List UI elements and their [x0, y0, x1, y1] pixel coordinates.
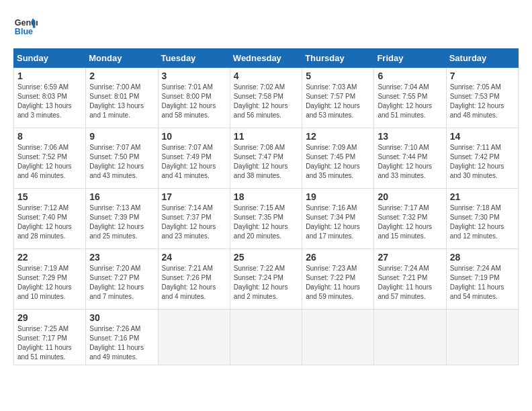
calendar-cell: 24Sunrise: 7:21 AM Sunset: 7:26 PM Dayli…: [158, 249, 230, 310]
cell-info: Sunrise: 7:14 AM Sunset: 7:37 PM Dayligh…: [162, 203, 226, 241]
calendar-cell: 1Sunrise: 6:59 AM Sunset: 8:03 PM Daylig…: [14, 68, 86, 128]
calendar-cell: 6Sunrise: 7:04 AM Sunset: 7:55 PM Daylig…: [374, 68, 446, 128]
calendar-cell: 16Sunrise: 7:13 AM Sunset: 7:39 PM Dayli…: [86, 189, 158, 249]
cell-info: Sunrise: 7:15 AM Sunset: 7:35 PM Dayligh…: [234, 203, 298, 241]
day-number: 8: [17, 131, 82, 142]
calendar-cell: 26Sunrise: 7:23 AM Sunset: 7:22 PM Dayli…: [302, 249, 374, 310]
day-number: 30: [89, 312, 154, 323]
cell-info: Sunrise: 7:22 AM Sunset: 7:24 PM Dayligh…: [234, 264, 298, 302]
cell-info: Sunrise: 7:24 AM Sunset: 7:21 PM Dayligh…: [378, 264, 442, 302]
cell-info: Sunrise: 7:05 AM Sunset: 7:53 PM Dayligh…: [450, 83, 515, 120]
calendar-cell: 25Sunrise: 7:22 AM Sunset: 7:24 PM Dayli…: [230, 249, 302, 310]
day-number: 9: [89, 131, 154, 142]
calendar-cell: [446, 310, 518, 365]
page-header: General Blue: [13, 13, 519, 38]
calendar-cell: 23Sunrise: 7:20 AM Sunset: 7:27 PM Dayli…: [86, 249, 158, 310]
calendar-cell: 5Sunrise: 7:03 AM Sunset: 7:57 PM Daylig…: [302, 68, 374, 128]
calendar-cell: 7Sunrise: 7:05 AM Sunset: 7:53 PM Daylig…: [446, 68, 518, 128]
cell-info: Sunrise: 7:13 AM Sunset: 7:39 PM Dayligh…: [89, 203, 154, 241]
cell-info: Sunrise: 7:00 AM Sunset: 8:01 PM Dayligh…: [89, 83, 154, 120]
day-number: 27: [378, 252, 442, 263]
weekday-header-thursday: Thursday: [302, 49, 374, 68]
calendar-cell: [230, 310, 302, 365]
day-number: 6: [378, 71, 442, 81]
cell-info: Sunrise: 7:06 AM Sunset: 7:52 PM Dayligh…: [17, 143, 82, 181]
svg-text:Blue: Blue: [15, 27, 33, 36]
weekday-header-tuesday: Tuesday: [158, 49, 230, 68]
calendar-cell: 12Sunrise: 7:09 AM Sunset: 7:45 PM Dayli…: [302, 128, 374, 189]
calendar-table: SundayMondayTuesdayWednesdayThursdayFrid…: [13, 48, 519, 365]
calendar-cell: 27Sunrise: 7:24 AM Sunset: 7:21 PM Dayli…: [374, 249, 446, 310]
day-number: 28: [450, 252, 515, 263]
calendar-cell: 19Sunrise: 7:16 AM Sunset: 7:34 PM Dayli…: [302, 189, 374, 249]
day-number: 20: [378, 191, 442, 202]
calendar-cell: 21Sunrise: 7:18 AM Sunset: 7:30 PM Dayli…: [446, 189, 518, 249]
weekday-header-monday: Monday: [86, 49, 158, 68]
day-number: 25: [234, 252, 298, 263]
cell-info: Sunrise: 7:25 AM Sunset: 7:17 PM Dayligh…: [17, 324, 82, 362]
day-number: 14: [450, 131, 515, 142]
cell-info: Sunrise: 7:18 AM Sunset: 7:30 PM Dayligh…: [450, 203, 515, 241]
cell-info: Sunrise: 6:59 AM Sunset: 8:03 PM Dayligh…: [17, 83, 82, 120]
cell-info: Sunrise: 7:24 AM Sunset: 7:19 PM Dayligh…: [450, 264, 515, 302]
day-number: 17: [162, 191, 226, 202]
calendar-cell: 14Sunrise: 7:11 AM Sunset: 7:42 PM Dayli…: [446, 128, 518, 189]
cell-info: Sunrise: 7:19 AM Sunset: 7:29 PM Dayligh…: [17, 264, 82, 302]
cell-info: Sunrise: 7:23 AM Sunset: 7:22 PM Dayligh…: [306, 264, 370, 302]
day-number: 7: [450, 71, 515, 81]
day-number: 29: [17, 312, 82, 323]
day-number: 1: [17, 71, 82, 81]
cell-info: Sunrise: 7:03 AM Sunset: 7:57 PM Dayligh…: [306, 83, 370, 120]
day-number: 24: [162, 252, 226, 263]
day-number: 4: [234, 71, 298, 81]
cell-info: Sunrise: 7:10 AM Sunset: 7:44 PM Dayligh…: [378, 143, 442, 181]
day-number: 2: [89, 71, 154, 81]
logo-icon: General Blue: [13, 13, 38, 38]
weekday-header-wednesday: Wednesday: [230, 49, 302, 68]
weekday-header-saturday: Saturday: [446, 49, 518, 68]
logo: General Blue: [13, 13, 40, 38]
weekday-header-sunday: Sunday: [14, 49, 86, 68]
day-number: 19: [306, 191, 370, 202]
day-number: 15: [17, 191, 82, 202]
weekday-header-friday: Friday: [374, 49, 446, 68]
calendar-cell: 29Sunrise: 7:25 AM Sunset: 7:17 PM Dayli…: [14, 310, 86, 365]
calendar-cell: 9Sunrise: 7:07 AM Sunset: 7:50 PM Daylig…: [86, 128, 158, 189]
cell-info: Sunrise: 7:07 AM Sunset: 7:50 PM Dayligh…: [89, 143, 154, 181]
calendar-cell: 28Sunrise: 7:24 AM Sunset: 7:19 PM Dayli…: [446, 249, 518, 310]
cell-info: Sunrise: 7:17 AM Sunset: 7:32 PM Dayligh…: [378, 203, 442, 241]
cell-info: Sunrise: 7:21 AM Sunset: 7:26 PM Dayligh…: [162, 264, 226, 302]
cell-info: Sunrise: 7:26 AM Sunset: 7:16 PM Dayligh…: [89, 324, 154, 362]
cell-info: Sunrise: 7:12 AM Sunset: 7:40 PM Dayligh…: [17, 203, 82, 241]
calendar-cell: [302, 310, 374, 365]
calendar-cell: 3Sunrise: 7:01 AM Sunset: 8:00 PM Daylig…: [158, 68, 230, 128]
cell-info: Sunrise: 7:16 AM Sunset: 7:34 PM Dayligh…: [306, 203, 370, 241]
calendar-cell: 13Sunrise: 7:10 AM Sunset: 7:44 PM Dayli…: [374, 128, 446, 189]
cell-info: Sunrise: 7:08 AM Sunset: 7:47 PM Dayligh…: [234, 143, 298, 181]
cell-info: Sunrise: 7:01 AM Sunset: 8:00 PM Dayligh…: [162, 83, 226, 120]
day-number: 18: [234, 191, 298, 202]
day-number: 11: [234, 131, 298, 142]
day-number: 22: [17, 252, 82, 263]
calendar-cell: 11Sunrise: 7:08 AM Sunset: 7:47 PM Dayli…: [230, 128, 302, 189]
cell-info: Sunrise: 7:20 AM Sunset: 7:27 PM Dayligh…: [89, 264, 154, 302]
calendar-cell: 10Sunrise: 7:07 AM Sunset: 7:49 PM Dayli…: [158, 128, 230, 189]
day-number: 13: [378, 131, 442, 142]
calendar-cell: 2Sunrise: 7:00 AM Sunset: 8:01 PM Daylig…: [86, 68, 158, 128]
calendar-cell: 15Sunrise: 7:12 AM Sunset: 7:40 PM Dayli…: [14, 189, 86, 249]
cell-info: Sunrise: 7:04 AM Sunset: 7:55 PM Dayligh…: [378, 83, 442, 120]
calendar-cell: 22Sunrise: 7:19 AM Sunset: 7:29 PM Dayli…: [14, 249, 86, 310]
calendar-cell: [158, 310, 230, 365]
cell-info: Sunrise: 7:07 AM Sunset: 7:49 PM Dayligh…: [162, 143, 226, 181]
calendar-cell: 20Sunrise: 7:17 AM Sunset: 7:32 PM Dayli…: [374, 189, 446, 249]
calendar-cell: 8Sunrise: 7:06 AM Sunset: 7:52 PM Daylig…: [14, 128, 86, 189]
calendar-cell: 4Sunrise: 7:02 AM Sunset: 7:58 PM Daylig…: [230, 68, 302, 128]
cell-info: Sunrise: 7:09 AM Sunset: 7:45 PM Dayligh…: [306, 143, 370, 181]
day-number: 16: [89, 191, 154, 202]
calendar-cell: 30Sunrise: 7:26 AM Sunset: 7:16 PM Dayli…: [86, 310, 158, 365]
day-number: 5: [306, 71, 370, 81]
cell-info: Sunrise: 7:11 AM Sunset: 7:42 PM Dayligh…: [450, 143, 515, 181]
cell-info: Sunrise: 7:02 AM Sunset: 7:58 PM Dayligh…: [234, 83, 298, 120]
calendar-cell: 18Sunrise: 7:15 AM Sunset: 7:35 PM Dayli…: [230, 189, 302, 249]
day-number: 10: [162, 131, 226, 142]
